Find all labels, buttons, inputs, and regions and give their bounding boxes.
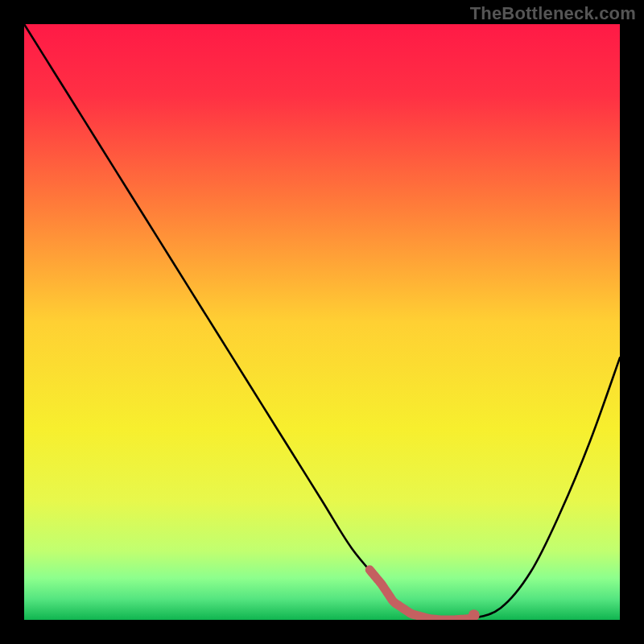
chart-frame: TheBottleneck.com	[0, 0, 644, 644]
plot-area	[24, 24, 620, 620]
chart-svg	[24, 24, 620, 620]
gradient-background	[24, 24, 620, 620]
watermark-text: TheBottleneck.com	[470, 3, 636, 24]
